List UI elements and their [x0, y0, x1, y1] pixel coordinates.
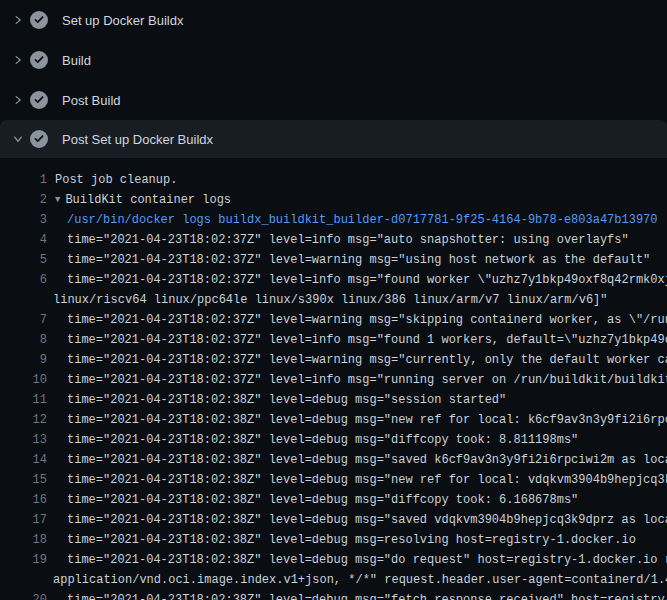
log-line-content: time="2021-04-23T18:02:38Z" level=debug … — [47, 433, 578, 447]
log-line-content: time="2021-04-23T18:02:37Z" level=warnin… — [47, 313, 667, 327]
log-line: 1 Post job cleanup. — [0, 170, 667, 190]
log-line-number[interactable]: 2 — [0, 193, 47, 207]
log-line: 4 time="2021-04-23T18:02:37Z" level=info… — [0, 230, 667, 250]
log-line-content: time="2021-04-23T18:02:37Z" level=warnin… — [47, 253, 650, 267]
log-line-text: Post job cleanup. — [55, 173, 177, 187]
step-header[interactable]: Build — [0, 40, 667, 80]
log-line: linux/riscv64 linux/ppc64le linux/s390x … — [0, 290, 667, 310]
log-line-number[interactable]: 6 — [0, 273, 47, 287]
log-line-text: time="2021-04-23T18:02:38Z" level=debug … — [67, 553, 667, 567]
log-line-text: time="2021-04-23T18:02:37Z" level=info m… — [67, 273, 667, 287]
check-circle-icon — [30, 91, 48, 109]
log-line: 9 time="2021-04-23T18:02:37Z" level=warn… — [0, 350, 667, 370]
check-circle-icon — [30, 11, 48, 29]
log-line-number[interactable]: 20 — [0, 593, 47, 600]
log-line-text: time="2021-04-23T18:02:38Z" level=debug … — [67, 513, 667, 527]
log-line-number[interactable]: 19 — [0, 553, 47, 567]
log-line-content: time="2021-04-23T18:02:38Z" level=debug … — [47, 413, 667, 427]
step-label: Post Build — [62, 94, 121, 107]
log-line-text: time="2021-04-23T18:02:37Z" level=info m… — [67, 233, 629, 247]
log-line-number[interactable]: 18 — [0, 533, 47, 547]
log-line: 20 time="2021-04-23T18:02:38Z" level=deb… — [0, 590, 667, 600]
chevron-down-icon[interactable] — [12, 133, 24, 145]
log-line: 16 time="2021-04-23T18:02:38Z" level=deb… — [0, 490, 667, 510]
log-line-text: time="2021-04-23T18:02:38Z" level=debug … — [67, 533, 636, 547]
chevron-right-icon[interactable] — [12, 94, 24, 106]
log-line-number[interactable]: 9 — [0, 353, 47, 367]
log-line-content: time="2021-04-23T18:02:38Z" level=debug … — [47, 593, 667, 600]
log-line-text: time="2021-04-23T18:02:38Z" level=debug … — [67, 393, 506, 407]
log-line-number[interactable]: 16 — [0, 493, 47, 507]
log-line-content: Post job cleanup. — [47, 173, 177, 187]
log-line: 2 ▼BuildKit container logs — [0, 190, 667, 210]
log-line: 11 time="2021-04-23T18:02:38Z" level=deb… — [0, 390, 667, 410]
log-line: 17 time="2021-04-23T18:02:38Z" level=deb… — [0, 510, 667, 530]
log-line-content: time="2021-04-23T18:02:38Z" level=debug … — [47, 513, 667, 527]
log-line-text: time="2021-04-23T18:02:37Z" level=info m… — [67, 333, 667, 347]
log-line-content: time="2021-04-23T18:02:38Z" level=debug … — [47, 393, 506, 407]
log-line-content: time="2021-04-23T18:02:37Z" level=info m… — [47, 333, 667, 347]
log-line: 12 time="2021-04-23T18:02:38Z" level=deb… — [0, 410, 667, 430]
chevron-right-icon[interactable] — [12, 54, 24, 66]
log-line: 14 time="2021-04-23T18:02:38Z" level=deb… — [0, 450, 667, 470]
log-line-number[interactable]: 14 — [0, 453, 47, 467]
log-line-text: linux/riscv64 linux/ppc64le linux/s390x … — [53, 293, 608, 307]
log-line-number[interactable]: 4 — [0, 233, 47, 247]
log-line-content: time="2021-04-23T18:02:37Z" level=info m… — [47, 233, 629, 247]
log-line-content: time="2021-04-23T18:02:38Z" level=debug … — [47, 533, 636, 547]
log-line-content: ▼BuildKit container logs — [47, 193, 231, 207]
log-line-number[interactable]: 3 — [0, 213, 47, 227]
log-line-number[interactable]: 1 — [0, 173, 47, 187]
log-line-content: /usr/bin/docker logs buildx_buildkit_bui… — [47, 213, 658, 227]
log-line-content: time="2021-04-23T18:02:37Z" level=info m… — [47, 373, 667, 387]
log-line-content: time="2021-04-23T18:02:38Z" level=debug … — [47, 473, 667, 487]
log-line: 5 time="2021-04-23T18:02:37Z" level=warn… — [0, 250, 667, 270]
step-label: Build — [62, 54, 91, 67]
log-line: 19 time="2021-04-23T18:02:38Z" level=deb… — [0, 550, 667, 570]
log-line-content: linux/riscv64 linux/ppc64le linux/s390x … — [47, 293, 608, 307]
check-circle-icon — [30, 51, 48, 69]
log-line-number[interactable]: 15 — [0, 473, 47, 487]
step-header[interactable]: Post Build — [0, 80, 667, 120]
step-label: Post Set up Docker Buildx — [62, 133, 213, 146]
check-circle-icon — [30, 130, 48, 148]
log-line: 10 time="2021-04-23T18:02:37Z" level=inf… — [0, 370, 667, 390]
steps-list: Set up Docker Buildx Build Post Build — [0, 0, 667, 158]
log-line-text: time="2021-04-23T18:02:38Z" level=debug … — [67, 433, 578, 447]
log-line: 18 time="2021-04-23T18:02:38Z" level=deb… — [0, 530, 667, 550]
log-line-number[interactable]: 10 — [0, 373, 47, 387]
log-line-content: time="2021-04-23T18:02:37Z" level=info m… — [47, 273, 667, 287]
log-line-number[interactable]: 8 — [0, 333, 47, 347]
step-label: Set up Docker Buildx — [62, 14, 183, 27]
log-line-text: time="2021-04-23T18:02:37Z" level=info m… — [67, 373, 667, 387]
log-line-text: time="2021-04-23T18:02:38Z" level=debug … — [67, 453, 667, 467]
log-line-text: time="2021-04-23T18:02:37Z" level=warnin… — [67, 313, 667, 327]
log-line-number[interactable]: 7 — [0, 313, 47, 327]
log-line-number[interactable]: 13 — [0, 433, 47, 447]
log-line: application/vnd.oci.image.index.v1+json,… — [0, 570, 667, 590]
log-line-number[interactable]: 11 — [0, 393, 47, 407]
log-line-number[interactable]: 17 — [0, 513, 47, 527]
group-collapse-icon[interactable]: ▼ — [55, 195, 60, 205]
log-line-number[interactable]: 5 — [0, 253, 47, 267]
log-line-text: time="2021-04-23T18:02:38Z" level=debug … — [67, 473, 667, 487]
log-line: 8 time="2021-04-23T18:02:37Z" level=info… — [0, 330, 667, 350]
log-line-text: time="2021-04-23T18:02:37Z" level=warnin… — [67, 353, 667, 367]
log-line-content: application/vnd.oci.image.index.v1+json,… — [47, 573, 667, 587]
log-line-content: time="2021-04-23T18:02:38Z" level=debug … — [47, 493, 578, 507]
log-line-text: BuildKit container logs — [65, 193, 231, 207]
log-line-text: time="2021-04-23T18:02:37Z" level=warnin… — [67, 253, 650, 267]
log-line: 7 time="2021-04-23T18:02:37Z" level=warn… — [0, 310, 667, 330]
step-header[interactable]: Set up Docker Buildx — [0, 0, 667, 40]
step-header[interactable]: Post Set up Docker Buildx — [0, 120, 667, 158]
log-lines: 1 Post job cleanup. 2 ▼BuildKit containe… — [0, 158, 667, 600]
log-line-content: time="2021-04-23T18:02:38Z" level=debug … — [47, 453, 667, 467]
log-line-text: time="2021-04-23T18:02:38Z" level=debug … — [67, 413, 667, 427]
log-line-number[interactable]: 12 — [0, 413, 47, 427]
log-line-content: time="2021-04-23T18:02:37Z" level=warnin… — [47, 353, 667, 367]
log-line: 13 time="2021-04-23T18:02:38Z" level=deb… — [0, 430, 667, 450]
chevron-right-icon[interactable] — [12, 14, 24, 26]
log-line: 15 time="2021-04-23T18:02:38Z" level=deb… — [0, 470, 667, 490]
log-line-content: time="2021-04-23T18:02:38Z" level=debug … — [47, 553, 667, 567]
log-line: 3 /usr/bin/docker logs buildx_buildkit_b… — [0, 210, 667, 230]
